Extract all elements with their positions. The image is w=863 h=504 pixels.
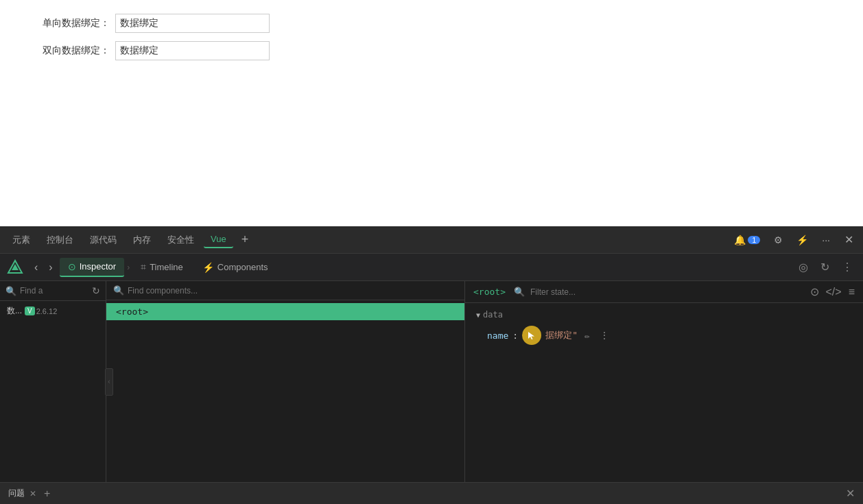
- vue-devtools-bar: ‹ › ⊙ Inspector › ⌗ Timeline ⚡ Component…: [0, 254, 863, 281]
- version-text: 2.6.12: [36, 307, 58, 315]
- forward-button[interactable]: ›: [45, 259, 56, 276]
- chevron-icon: ›: [127, 263, 130, 272]
- input-one-way[interactable]: [115, 14, 270, 33]
- left-refresh-button[interactable]: ↻: [92, 285, 100, 296]
- tab-console[interactable]: 控制台: [40, 231, 80, 249]
- row-one-way: 单向数据绑定：: [21, 14, 842, 33]
- notification-badge: 1: [748, 236, 760, 244]
- right-header: <root> 🔍 ⊙ </> ≡: [465, 281, 863, 303]
- instance-prefix: 数...: [7, 305, 22, 317]
- data-key-name: name: [487, 331, 508, 341]
- back-button[interactable]: ‹: [30, 259, 42, 276]
- problems-close-button[interactable]: ✕: [27, 489, 38, 499]
- refresh-button[interactable]: ↻: [817, 259, 833, 276]
- timeline-icon: ⌗: [141, 261, 146, 273]
- tab-vue[interactable]: Vue: [204, 231, 233, 248]
- right-component-tag: <root>: [473, 287, 506, 297]
- data-more-button[interactable]: ⋮: [597, 328, 612, 342]
- cursor-indicator: [522, 326, 541, 345]
- inspector-label: Inspector: [80, 261, 116, 272]
- tab-components[interactable]: ⚡ Components: [194, 259, 276, 276]
- data-edit-button[interactable]: ✏: [582, 329, 593, 342]
- more-button[interactable]: ···: [818, 232, 834, 248]
- middle-panel: 🔍 <root>: [106, 281, 465, 482]
- data-colon: :: [512, 331, 518, 341]
- main-content: 单向数据绑定： 双向数据绑定：: [0, 0, 863, 226]
- tab-timeline[interactable]: ⌗ Timeline: [132, 258, 191, 276]
- vue-version-badge: V: [25, 307, 35, 315]
- add-panel-button[interactable]: +: [44, 488, 50, 500]
- vue-logo-icon: [7, 259, 23, 276]
- vue-devtools-right: ◎ ↻ ⋮: [795, 259, 856, 276]
- tab-security[interactable]: 安全性: [161, 231, 201, 249]
- problems-label: 问题: [8, 488, 25, 499]
- close-status-button[interactable]: ✕: [846, 487, 855, 500]
- label-one-way: 单向数据绑定：: [21, 17, 110, 29]
- right-icons: ⊙ </> ≡: [810, 285, 855, 298]
- screenshot-icon-button[interactable]: ⊙: [810, 285, 819, 298]
- left-search-input[interactable]: [20, 286, 75, 296]
- input-two-way[interactable]: [115, 41, 270, 60]
- right-filter-input[interactable]: [530, 287, 805, 297]
- tab-source[interactable]: 源代码: [83, 231, 123, 249]
- inspector-icon: ⊙: [68, 261, 76, 272]
- tab-memory[interactable]: 内存: [126, 231, 158, 249]
- tab-element[interactable]: 元素: [5, 231, 37, 249]
- left-search-bar: 🔍 ↻: [0, 281, 106, 301]
- data-name-row: name : 据绑定" ✏ ⋮: [476, 324, 852, 347]
- close-devtools-button[interactable]: ✕: [840, 231, 858, 248]
- right-panel: <root> 🔍 ⊙ </> ≡ ▼ data name :: [465, 281, 863, 482]
- middle-search-icon: 🔍: [113, 285, 124, 296]
- components-icon: ⚡: [202, 262, 214, 273]
- vue-badge-v: V: [27, 307, 32, 315]
- target-icon-button[interactable]: ◎: [795, 259, 812, 276]
- more-options-button[interactable]: ⋮: [838, 259, 856, 276]
- data-value-name: 据绑定": [545, 329, 578, 341]
- tab-inspector[interactable]: ⊙ Inspector: [60, 258, 124, 277]
- component-root-tag: <root>: [116, 307, 148, 317]
- devtools-panel: 元素 控制台 源代码 内存 安全性 Vue + 🔔 1 ⚙ ⚡ ··· ✕ ‹ …: [0, 226, 863, 504]
- problems-tab[interactable]: 问题 ✕: [8, 488, 38, 499]
- left-instance-item[interactable]: 数... V 2.6.12: [0, 301, 106, 321]
- left-search-icon: 🔍: [5, 286, 16, 296]
- right-content: ▼ data name : 据绑定" ✏ ⋮: [465, 303, 863, 482]
- code-icon-button[interactable]: </>: [826, 286, 842, 298]
- list-icon-button[interactable]: ≡: [849, 286, 855, 298]
- network-button[interactable]: ⚡: [793, 232, 812, 248]
- timeline-label: Timeline: [150, 262, 183, 272]
- add-tab-button[interactable]: +: [236, 232, 255, 247]
- topbar-right: 🔔 1 ⚙ ⚡ ··· ✕: [731, 231, 858, 248]
- middle-search-bar: 🔍: [106, 281, 464, 300]
- component-root-item[interactable]: <root>: [106, 303, 464, 320]
- devtools-main: 🔍 ↻ 数... V 2.6.12 ‹ 🔍 <root>: [0, 281, 863, 482]
- notification-button[interactable]: 🔔 1: [731, 232, 764, 248]
- row-two-way: 双向数据绑定：: [21, 41, 842, 60]
- left-panel: 🔍 ↻ 数... V 2.6.12: [0, 281, 106, 482]
- devtools-topbar: 元素 控制台 源代码 内存 安全性 Vue + 🔔 1 ⚙ ⚡ ··· ✕: [0, 226, 863, 254]
- section-label: data: [483, 310, 503, 320]
- collapse-handle[interactable]: ‹: [105, 368, 113, 396]
- section-arrow: ▼: [476, 311, 480, 319]
- label-two-way: 双向数据绑定：: [21, 45, 110, 57]
- middle-content: <root>: [106, 300, 464, 482]
- right-search-icon: 🔍: [514, 287, 525, 297]
- status-bar: 问题 ✕ + ✕: [0, 482, 863, 504]
- settings-button[interactable]: ⚙: [770, 232, 786, 248]
- components-label: Components: [217, 262, 268, 272]
- data-section-title[interactable]: ▼ data: [476, 310, 852, 320]
- middle-search-input[interactable]: [128, 286, 458, 296]
- topbar-tabs: 元素 控制台 源代码 内存 安全性 Vue +: [5, 231, 731, 249]
